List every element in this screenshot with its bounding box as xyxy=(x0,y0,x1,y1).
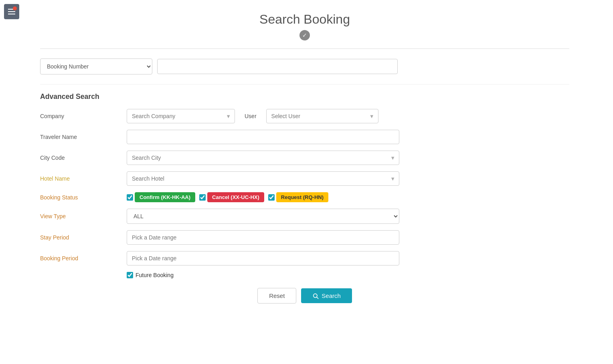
stay-period-row: Stay Period xyxy=(40,230,569,245)
section-divider xyxy=(40,84,569,84)
cancel-checkbox[interactable] xyxy=(199,194,206,201)
view-type-select[interactable]: ALL Hotel Flight Car xyxy=(127,209,399,224)
booking-period-label: Booking Period xyxy=(40,255,120,261)
traveler-name-row: Traveler Name xyxy=(40,130,569,144)
future-booking-label[interactable]: Future Booking xyxy=(136,272,174,278)
svg-line-1 xyxy=(317,297,318,299)
notification-dot xyxy=(13,6,17,10)
city-search-input[interactable] xyxy=(127,151,399,165)
hotel-name-row: Hotel Name ▼ xyxy=(40,171,569,186)
booking-period-row: Booking Period xyxy=(40,251,569,265)
stay-period-input[interactable] xyxy=(127,230,399,245)
sidebar-toggle-button[interactable] xyxy=(4,4,19,19)
future-booking-checkbox[interactable] xyxy=(127,272,133,278)
confirm-badge[interactable]: Confirm (KK-HK-AA) xyxy=(135,192,195,202)
future-booking-check: Future Booking xyxy=(127,272,174,278)
cancel-badge[interactable]: Cancel (XX-UC-HX) xyxy=(207,192,264,202)
search-button[interactable]: Search xyxy=(301,288,352,303)
view-type-label: View Type xyxy=(40,213,120,219)
main-content: Search Booking ✓ Booking Number Reservat… xyxy=(24,0,585,316)
confirm-checkbox[interactable] xyxy=(127,194,133,201)
traveler-name-label: Traveler Name xyxy=(40,134,120,140)
page-title: Search Booking xyxy=(40,12,569,27)
future-booking-row: Future Booking xyxy=(127,272,569,278)
buttons-row: Reset Search xyxy=(40,288,569,304)
booking-status-row: Booking Status Confirm (KK-HK-AA) Cancel… xyxy=(40,192,569,202)
traveler-name-input[interactable] xyxy=(127,130,399,144)
booking-number-select[interactable]: Booking Number Reservation ID Confirmati… xyxy=(40,58,152,74)
booking-status-label: Booking Status xyxy=(40,194,120,201)
user-select-wrapper: ▼ xyxy=(266,109,378,123)
hotel-search-input[interactable] xyxy=(127,171,399,186)
user-search-input[interactable] xyxy=(266,109,378,123)
company-label: Company xyxy=(40,113,120,119)
hotel-select-wrapper: ▼ xyxy=(127,171,399,186)
stay-period-label: Stay Period xyxy=(40,234,120,241)
confirm-status-item: Confirm (KK-HK-AA) xyxy=(127,192,195,202)
view-type-row: View Type ALL Hotel Flight Car xyxy=(40,209,569,224)
company-user-row: Company ▼ User ▼ xyxy=(40,109,569,123)
city-select-wrapper: ▼ xyxy=(127,151,399,165)
request-status-item: Request (RQ-HN) xyxy=(268,192,328,202)
company-select-wrapper: ▼ xyxy=(127,109,235,123)
hotel-name-label: Hotel Name xyxy=(40,175,120,182)
reset-button[interactable]: Reset xyxy=(257,288,296,304)
user-label: User xyxy=(245,113,257,119)
advanced-search-title: Advanced Search xyxy=(40,93,569,101)
search-button-label: Search xyxy=(322,292,341,299)
city-code-row: City Code ▼ xyxy=(40,151,569,165)
city-code-label: City Code xyxy=(40,155,120,161)
search-icon xyxy=(312,293,319,299)
request-checkbox[interactable] xyxy=(268,194,275,201)
booking-period-input[interactable] xyxy=(127,251,399,265)
top-divider xyxy=(40,48,569,49)
request-badge[interactable]: Request (RQ-HN) xyxy=(276,192,328,202)
status-badges: Confirm (KK-HK-AA) Cancel (XX-UC-HX) Req… xyxy=(127,192,328,202)
booking-number-input[interactable] xyxy=(157,59,398,74)
company-search-input[interactable] xyxy=(127,109,235,123)
chevron-down-container: ✓ xyxy=(40,30,569,40)
chevron-down-icon[interactable]: ✓ xyxy=(299,30,310,40)
cancel-status-item: Cancel (XX-UC-HX) xyxy=(199,192,264,202)
booking-number-row: Booking Number Reservation ID Confirmati… xyxy=(40,58,569,74)
